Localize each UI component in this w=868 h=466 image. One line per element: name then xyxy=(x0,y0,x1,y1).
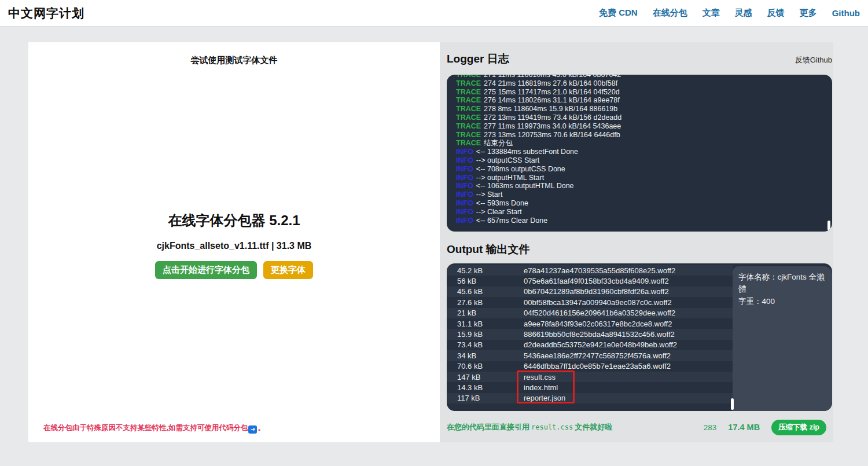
log-level-badge: TRACE xyxy=(456,105,481,113)
hint-suffix: 文件就好啦 xyxy=(575,423,612,431)
log-level-badge: INFO xyxy=(456,174,473,182)
warning-suffix: 。 xyxy=(258,424,265,432)
file-size: 45.2 kB xyxy=(457,266,524,275)
file-name: 04f520d4616156e209641b6a03529dee.woff2 xyxy=(524,309,675,317)
logger-scrollbar-thumb[interactable] xyxy=(827,221,830,230)
log-message: 结束分包 xyxy=(484,139,513,147)
feedback-link[interactable]: 反馈 xyxy=(795,56,810,64)
log-line: INFO<-- 133884ms subsetFont Done xyxy=(456,148,826,156)
output-file-row[interactable]: 21 kB04f520d4616156e209641b6a03529dee.wo… xyxy=(447,308,733,318)
log-level-badge: INFO xyxy=(456,217,473,225)
file-size: 34 kB xyxy=(457,351,524,360)
log-line: TRACE结束分包 xyxy=(456,139,826,148)
font-weight-label: 字重：400 xyxy=(738,295,826,307)
output-file-row[interactable]: 73.4 kBd2deaddb5c53752e9421e0e048b49beb.… xyxy=(447,340,733,350)
log-line: TRACE273 13ms 120753ms 70.6 kB/164 6446d… xyxy=(456,131,826,140)
output-file-list: 45.2 kBe78a41237ae47039535a55d85f608e25.… xyxy=(447,265,733,403)
log-message: <-- 708ms outputCSS Done xyxy=(476,165,565,173)
log-message: 277 11ms 119973ms 34.0 kB/164 5436aee xyxy=(484,122,621,130)
log-line: INFO<-- 593ms Done xyxy=(456,199,826,208)
log-line: INFO--> outputCSS Start xyxy=(456,156,826,165)
output-scrollbar-thumb[interactable] xyxy=(731,398,734,410)
nav-link[interactable]: 更多 xyxy=(800,8,817,19)
output-file-row[interactable]: 56 kB075e6a61faaf49f0158bf33cbd4a9409.wo… xyxy=(447,276,733,286)
total-size: 17.4 MB xyxy=(728,423,760,432)
github-link[interactable]: Github xyxy=(810,56,832,64)
log-line: TRACE274 21ms 116819ms 27.6 kB/164 00bf5… xyxy=(456,79,826,88)
log-line: INFO<-- 657ms Clear Done xyxy=(456,217,826,225)
download-zip-button[interactable]: 压缩下载 zip xyxy=(771,420,826,435)
output-file-row[interactable]: 34 kB5436aee186e2ff72477c568752f4576a.wo… xyxy=(447,350,733,361)
output-files-panel[interactable]: 45.2 kBe78a41237ae47039535a55d85f608e25.… xyxy=(447,263,832,411)
log-level-badge: INFO xyxy=(456,190,473,199)
logger-console[interactable]: TRACE271 11ms 116610ms 45.6 kB/164 0b670… xyxy=(447,75,832,232)
output-file-row[interactable]: 147 kBresult.css xyxy=(447,372,733,382)
log-line: TRACE275 15ms 117417ms 21.0 kB/164 04f52… xyxy=(456,88,826,97)
file-name: e78a41237ae47039535a55d85f608e25.woff2 xyxy=(524,266,675,275)
logger-section-title: Logger 日志 xyxy=(447,52,509,67)
output-file-row[interactable]: 27.6 kB00bf58fbca13947a009940a9ec087c0c.… xyxy=(447,297,733,307)
nav-link[interactable]: Github xyxy=(832,8,860,18)
results-region: Logger 日志 反馈Github TRACE271 11ms 116610m… xyxy=(440,42,833,442)
file-name: 5436aee186e2ff72477c568752f4576a.woff2 xyxy=(524,351,671,360)
log-level-badge: INFO xyxy=(456,182,473,190)
download-summary: 283 17.4 MB 压缩下载 zip xyxy=(704,420,826,435)
log-level-badge: TRACE xyxy=(456,96,481,104)
output-file-row[interactable]: 70.6 kB6446dfbba7ff1dc0e85b7e1eae23a5a6.… xyxy=(447,361,733,372)
nav-link[interactable]: 反馈 xyxy=(767,8,785,19)
hint-code: result.css xyxy=(531,423,573,431)
log-level-badge: INFO xyxy=(456,199,473,207)
log-level-badge: TRACE xyxy=(456,75,481,79)
hint-prefix: 在您的代码里面直接引用 xyxy=(447,423,529,431)
output-file-row[interactable]: 45.2 kBe78a41237ae47039535a55d85f608e25.… xyxy=(447,265,733,276)
file-size: 70.6 kB xyxy=(457,362,524,370)
try-test-font-link[interactable]: 尝试使用测试字体文件 xyxy=(28,55,440,66)
usage-hint: 在您的代码里面直接引用result.css文件就好啦 xyxy=(447,422,612,432)
log-message: <-- 133884ms subsetFont Done xyxy=(476,148,578,156)
output-file-row[interactable]: 45.6 kB0b670421289af8b9d31960cbf8fdf26a.… xyxy=(447,287,733,297)
output-file-row[interactable]: 15.9 kB886619bb50cf8e25bda4a8941532c456.… xyxy=(447,329,733,339)
log-message: 276 14ms 118026ms 31.1 kB/164 a9ee78f xyxy=(484,96,620,104)
log-line: TRACE276 14ms 118026ms 31.1 kB/164 a9ee7… xyxy=(456,96,826,105)
file-name: reporter.json xyxy=(524,394,565,402)
nav-link[interactable]: 免费 CDN xyxy=(599,8,638,19)
change-font-button[interactable]: 更换字体 xyxy=(263,261,313,279)
file-size: 56 kB xyxy=(457,277,524,285)
log-line: INFO<-- 1063ms outputHTML Done xyxy=(456,182,826,190)
site-logo[interactable]: 中文网字计划 xyxy=(8,5,84,21)
output-file-row[interactable]: 14.3 kBindex.html xyxy=(447,382,733,392)
log-message: 275 15ms 117417ms 21.0 kB/164 04f520d xyxy=(484,88,620,96)
file-name: index.html xyxy=(524,383,558,392)
file-size: 117 kB xyxy=(457,394,524,402)
log-message: 273 13ms 120753ms 70.6 kB/164 6446dfb xyxy=(484,131,620,139)
file-name: result.css xyxy=(524,373,556,381)
nav-link[interactable]: 文章 xyxy=(703,8,720,19)
page-title: 在线字体分包器 5.2.1 xyxy=(28,211,440,230)
font-meta-sidebar: 字体名称：cjkFonts 全瀨體 字重：400 xyxy=(733,266,832,411)
log-level-badge: INFO xyxy=(456,165,473,173)
log-message: <-- 1063ms outputHTML Done xyxy=(476,182,574,190)
log-message: --> outputCSS Start xyxy=(476,156,539,164)
font-name-label: 字体名称：cjkFonts 全瀨體 xyxy=(738,271,826,295)
log-message: 274 21ms 116819ms 27.6 kB/164 00bf58f xyxy=(484,79,617,87)
log-line: TRACE272 13ms 119419ms 73.4 kB/156 d2dea… xyxy=(456,113,826,122)
output-file-row[interactable]: 117 kBreporter.json xyxy=(447,393,733,403)
arrow-right-icon[interactable]: ➜ xyxy=(248,425,257,434)
start-subset-button[interactable]: 点击开始进行字体分包 xyxy=(155,261,257,279)
output-footer-bar: 在您的代码里面直接引用result.css文件就好啦 283 17.4 MB 压… xyxy=(447,419,826,436)
top-navbar: 中文网字计划 免费 CDN在线分包文章灵感反馈更多Github xyxy=(0,0,868,27)
log-level-badge: TRACE xyxy=(456,131,481,139)
nav-link[interactable]: 灵感 xyxy=(735,8,752,19)
log-level-badge: INFO xyxy=(456,208,473,216)
log-level-badge: TRACE xyxy=(456,79,481,87)
log-message: 272 13ms 119419ms 73.4 kB/156 d2deadd xyxy=(484,113,621,122)
file-name: 00bf58fbca13947a009940a9ec087c0c.woff2 xyxy=(524,298,672,307)
log-message: --> Clear Start xyxy=(476,208,522,216)
log-level-badge: INFO xyxy=(456,148,473,156)
nav-link[interactable]: 在线分包 xyxy=(653,8,687,19)
log-line: TRACE271 11ms 116610ms 45.6 kB/164 0b670… xyxy=(456,75,826,79)
output-file-row[interactable]: 31.1 kBa9ee78fa843f93e02c06317e8bc2dce8.… xyxy=(447,318,733,329)
log-lines: TRACE271 11ms 116610ms 45.6 kB/164 0b670… xyxy=(447,75,832,225)
selected-font-file-info: cjkFonts_allseto_v1.11.ttf | 31.3 MB xyxy=(28,241,440,251)
log-message: <-- 593ms Done xyxy=(476,199,528,207)
